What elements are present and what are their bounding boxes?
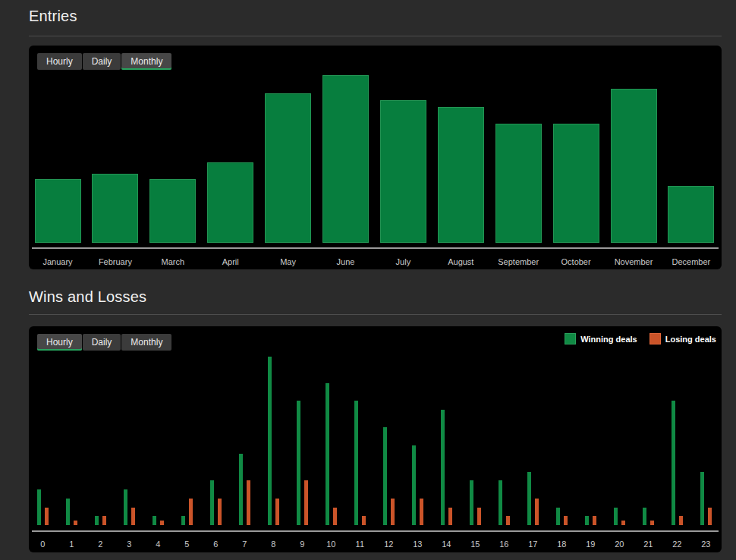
losing-bar-0[interactable] [45, 508, 49, 525]
wins-divider [29, 314, 722, 315]
losing-bar-4[interactable] [160, 521, 164, 525]
winning-bar-21[interactable] [643, 508, 646, 525]
x-axis-label-january: January [27, 257, 88, 266]
winning-deals-swatch-icon [565, 333, 576, 344]
wins-chart-panel: Hourly Daily Monthly Winning deals Losin… [29, 326, 722, 552]
bar-october[interactable] [553, 124, 599, 243]
winning-bar-17[interactable] [527, 472, 531, 525]
x-axis-line [32, 530, 719, 532]
winning-bar-9[interactable] [297, 401, 300, 525]
winning-bar-11[interactable] [354, 401, 358, 525]
bar-april[interactable] [207, 162, 253, 243]
legend-item-winning-deals[interactable]: Winning deals [565, 333, 637, 344]
winning-bar-0[interactable] [37, 489, 41, 525]
x-axis-label-august: August [430, 257, 491, 266]
entries-bar-chart: JanuaryFebruaryMarchAprilMayJuneJulyAugu… [29, 46, 722, 269]
losing-bar-2[interactable] [102, 516, 106, 525]
bar-september[interactable] [495, 124, 542, 243]
winning-bar-1[interactable] [66, 499, 70, 525]
winning-bar-7[interactable] [239, 454, 243, 525]
wins-bar-chart: 01234567891011121314151617181920212223 [29, 326, 722, 552]
entries-chart-panel: Hourly Daily Monthly JanuaryFebruaryMarc… [29, 46, 722, 269]
losing-bar-7[interactable] [247, 480, 250, 525]
winning-bar-16[interactable] [499, 480, 502, 525]
legend-label-losing-deals: Losing deals [665, 335, 716, 344]
winning-bar-14[interactable] [441, 410, 445, 525]
losing-bar-6[interactable] [218, 499, 222, 525]
x-axis-label-june: June [316, 257, 376, 266]
losing-bar-1[interactable] [74, 521, 77, 525]
winning-bar-8[interactable] [268, 357, 272, 525]
bar-august[interactable] [438, 107, 484, 243]
x-axis-line [32, 247, 719, 249]
bar-november[interactable] [611, 89, 657, 243]
winning-bar-6[interactable] [210, 480, 214, 525]
losing-bar-21[interactable] [650, 521, 654, 525]
bar-january[interactable] [35, 179, 81, 243]
losing-bar-12[interactable] [391, 499, 395, 525]
winning-bar-3[interactable] [124, 489, 127, 525]
x-axis-label-march: March [143, 257, 203, 266]
losing-bar-10[interactable] [333, 508, 337, 525]
losing-bar-16[interactable] [506, 516, 510, 525]
legend-item-losing-deals[interactable]: Losing deals [650, 333, 716, 344]
wins-interval-toggle: Hourly Daily Monthly [37, 334, 171, 351]
losing-bar-23[interactable] [708, 508, 712, 525]
winning-bar-18[interactable] [556, 508, 560, 525]
losing-bar-22[interactable] [679, 516, 683, 525]
losing-bar-17[interactable] [535, 499, 539, 525]
losing-bar-20[interactable] [621, 521, 625, 525]
losing-bar-9[interactable] [304, 480, 308, 525]
winning-bar-4[interactable] [153, 516, 156, 525]
bar-february[interactable] [92, 174, 138, 243]
losing-bar-14[interactable] [448, 508, 452, 525]
interval-button-hourly[interactable]: Hourly [37, 334, 82, 351]
losing-bar-15[interactable] [477, 508, 481, 525]
losing-bar-11[interactable] [362, 516, 366, 525]
interval-button-monthly[interactable]: Monthly [121, 334, 171, 351]
chart-legend: Winning deals Losing deals [565, 333, 716, 344]
winning-bar-13[interactable] [412, 445, 416, 525]
interval-button-daily[interactable]: Daily [83, 53, 121, 70]
winning-bar-19[interactable] [585, 516, 589, 525]
losing-bar-13[interactable] [420, 499, 423, 525]
entries-divider [29, 36, 722, 36]
entries-section-title: Entries [29, 8, 77, 25]
interval-button-daily[interactable]: Daily [83, 334, 121, 351]
winning-bar-10[interactable] [326, 383, 329, 525]
legend-label-winning-deals: Winning deals [580, 335, 637, 344]
interval-button-hourly[interactable]: Hourly [37, 53, 82, 70]
entries-interval-toggle: Hourly Daily Monthly [37, 53, 171, 70]
losing-bar-5[interactable] [189, 499, 193, 525]
winning-bar-12[interactable] [383, 427, 387, 525]
winning-bar-22[interactable] [672, 401, 675, 525]
losing-bar-8[interactable] [275, 499, 279, 525]
bar-december[interactable] [668, 186, 714, 243]
winning-bar-2[interactable] [95, 516, 99, 525]
losing-deals-swatch-icon [650, 333, 661, 344]
x-axis-label-may: May [258, 257, 319, 266]
interval-button-monthly[interactable]: Monthly [121, 53, 171, 70]
x-axis-label-december: December [661, 257, 722, 266]
wins-section-title: Wins and Losses [29, 288, 146, 306]
x-axis-label-november: November [603, 257, 664, 266]
bar-july[interactable] [380, 100, 426, 243]
bar-june[interactable] [322, 75, 369, 243]
losing-bar-3[interactable] [131, 508, 135, 525]
x-axis-label-23: 23 [675, 540, 736, 549]
losing-bar-19[interactable] [593, 516, 596, 525]
winning-bar-20[interactable] [614, 508, 618, 525]
x-axis-label-july: July [373, 257, 433, 266]
bar-march[interactable] [149, 179, 196, 243]
losing-bar-18[interactable] [564, 516, 568, 525]
winning-bar-15[interactable] [470, 480, 473, 525]
winning-bar-5[interactable] [181, 516, 185, 525]
x-axis-label-february: February [85, 257, 146, 266]
x-axis-label-october: October [546, 257, 606, 266]
bar-may[interactable] [265, 93, 311, 243]
winning-bar-23[interactable] [700, 472, 704, 525]
x-axis-label-september: September [488, 257, 549, 266]
x-axis-label-april: April [200, 257, 261, 266]
